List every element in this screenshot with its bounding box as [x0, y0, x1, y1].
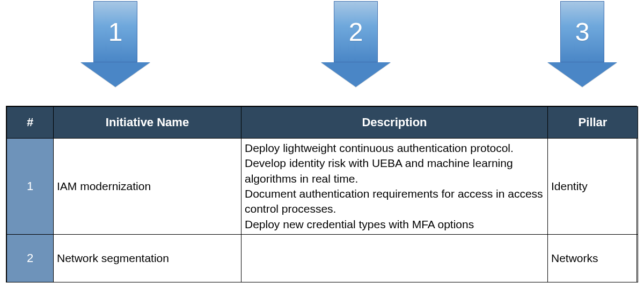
col-header-pillar: Pillar [548, 107, 638, 139]
table-header-row: # Initiative Name Description Pillar [7, 107, 638, 139]
callout-arrow-2: 2 [321, 1, 391, 87]
arrow-number: 2 [349, 17, 363, 47]
col-header-description: Description [241, 107, 548, 139]
arrow-head-icon [80, 62, 150, 87]
arrow-head-icon [547, 62, 617, 87]
arrow-number: 1 [108, 17, 123, 47]
cell-pillar: Identity [548, 139, 638, 235]
cell-description [241, 235, 548, 282]
cell-pillar: Networks [548, 235, 638, 282]
cell-index: 2 [7, 235, 54, 282]
cell-index: 1 [7, 139, 54, 235]
arrow-shaft: 2 [334, 1, 378, 62]
cell-description: Deploy lightweight continuous authentica… [241, 139, 548, 235]
cell-initiative: Network segmentation [54, 235, 241, 282]
callout-arrow-1: 1 [80, 1, 150, 87]
initiatives-table: # Initiative Name Description Pillar 1 I… [6, 106, 637, 282]
callout-arrow-3: 3 [547, 1, 617, 87]
table-row: 1 IAM modernization Deploy lightweight c… [7, 139, 638, 235]
arrow-shaft: 3 [560, 1, 604, 62]
col-header-index: # [7, 107, 54, 139]
col-header-initiative: Initiative Name [54, 107, 241, 139]
cell-initiative: IAM modernization [54, 139, 241, 235]
arrow-shaft: 1 [93, 1, 137, 62]
arrow-head-icon [321, 62, 391, 87]
arrow-number: 3 [575, 17, 590, 47]
table-row: 2 Network segmentation Networks [7, 235, 638, 282]
